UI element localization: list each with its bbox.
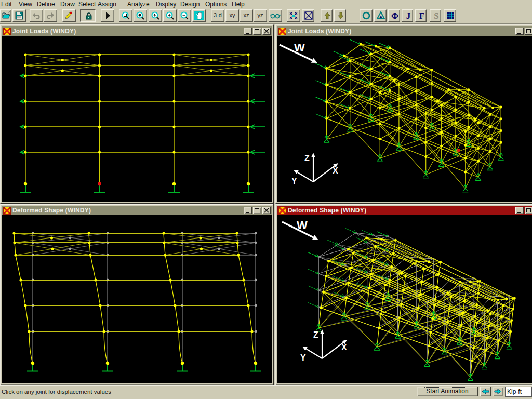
svg-text:Y: Y xyxy=(300,353,306,362)
svg-text:J: J xyxy=(406,11,411,20)
svg-text:X: X xyxy=(332,166,338,175)
svg-text:X: X xyxy=(341,343,347,352)
svg-text:W: W xyxy=(297,219,308,232)
svg-text:F: F xyxy=(419,11,424,20)
svg-text:Z: Z xyxy=(313,330,318,339)
svg-text:W: W xyxy=(294,41,305,54)
svg-text:Φ: Φ xyxy=(391,11,398,20)
svg-text:A: A xyxy=(379,15,382,19)
svg-text:Y: Y xyxy=(291,177,297,185)
svg-text:Z: Z xyxy=(304,154,310,163)
svg-text:S: S xyxy=(434,11,438,20)
